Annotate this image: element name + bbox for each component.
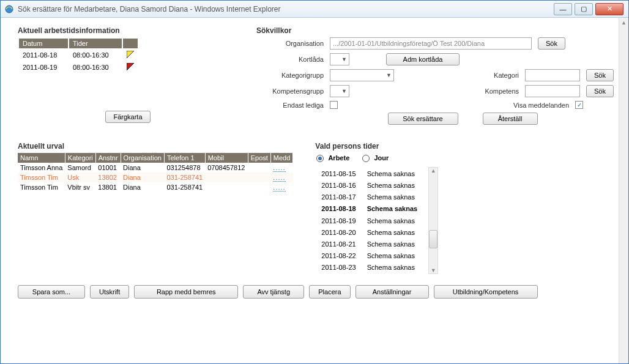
- kompetens-input[interactable]: [525, 85, 580, 97]
- label-kortlada: Kortlåda: [256, 56, 324, 63]
- label-org: Organisation: [256, 40, 324, 47]
- kompetensgrupp-dropdown[interactable]: ▼: [330, 85, 349, 97]
- table-row[interactable]: Timsson Anna Samord 01001 Diana 03125487…: [18, 163, 293, 173]
- table-row[interactable]: Timsson Tim Vbitr sv 13801 Diana 031-258…: [18, 182, 293, 192]
- flag-icon: [127, 63, 134, 70]
- worktime-heading: Aktuell arbetstidsinformation: [18, 26, 238, 35]
- radio-arbete-label: Arbete: [328, 154, 349, 162]
- worktime-row: 2011-08-18 08:00-16:30: [19, 50, 138, 61]
- list-item[interactable]: 2011-08-17Schema saknas: [316, 192, 422, 202]
- schedule-table: 2011-08-15Schema saknas 2011-08-16Schema…: [315, 167, 423, 274]
- label-visa: Visa meddelanden: [493, 102, 569, 109]
- bottom-toolbar: Spara som... Utskrift Rapp medd bemres A…: [18, 285, 614, 299]
- ie-icon: [4, 4, 14, 14]
- radio-jour-label: Jour: [374, 154, 389, 162]
- label-kompetens: Kompetens: [461, 87, 519, 95]
- col-flag: [123, 39, 138, 48]
- urval-heading: Aktuellt urval: [18, 142, 293, 150]
- medd-link[interactable]: .....: [273, 164, 285, 172]
- scroll-thumb[interactable]: [429, 230, 437, 248]
- medd-link[interactable]: .....: [273, 184, 285, 191]
- sok-ersattare-button[interactable]: Sök ersättare: [388, 113, 458, 125]
- svg-marker-1: [127, 51, 134, 58]
- org-input[interactable]: [330, 37, 532, 50]
- kategorigrupp-dropdown[interactable]: ▼: [330, 69, 394, 81]
- flag-icon: [127, 51, 134, 58]
- label-endast: Endast lediga: [256, 102, 324, 109]
- medd-link[interactable]: .....: [273, 174, 285, 182]
- close-button[interactable]: ✕: [595, 3, 623, 15]
- kortlada-dropdown[interactable]: ▼: [330, 53, 349, 65]
- sok-kompetens-button[interactable]: Sök: [586, 85, 614, 97]
- window-buttons: — ▢ ✕: [554, 3, 623, 15]
- utbildning-button[interactable]: Utbildning/Kompetens: [434, 285, 538, 299]
- list-item[interactable]: 2011-08-18Schema saknas: [316, 204, 422, 214]
- list-item[interactable]: 2011-08-15Schema saknas: [316, 168, 422, 179]
- col-times: Tider: [69, 39, 122, 48]
- avv-button[interactable]: Avv tjänstg: [243, 285, 304, 299]
- client-area: Aktuell arbetstidsinformation Datum Tide…: [1, 18, 628, 363]
- list-item[interactable]: 2011-08-21Schema saknas: [316, 239, 422, 249]
- scroll-down-icon[interactable]: ▼: [431, 267, 436, 273]
- label-kompetensgrupp: Kompetensgrupp: [256, 87, 324, 95]
- list-item[interactable]: 2011-08-22Schema saknas: [316, 251, 422, 261]
- label-kategorigrupp: Kategorigrupp: [256, 72, 324, 79]
- window-title: Sök ersättare för Medarbetare, Diana Sam…: [18, 5, 554, 13]
- col-date: Datum: [19, 39, 68, 48]
- spara-button[interactable]: Spara som...: [18, 285, 85, 299]
- sok-kategori-button[interactable]: Sök: [586, 69, 614, 81]
- aterstall-button[interactable]: Återställ: [483, 113, 538, 125]
- rapp-button[interactable]: Rapp medd bemres: [134, 285, 238, 299]
- worktime-table: Datum Tider 2011-08-18 08:00-16:30 2011-…: [18, 37, 139, 74]
- label-kategori: Kategori: [461, 72, 519, 79]
- svg-marker-2: [127, 63, 134, 70]
- list-item[interactable]: 2011-08-16Schema saknas: [316, 180, 422, 190]
- schedule-scrollbar[interactable]: ▲ ▼: [428, 167, 438, 274]
- sok-org-button[interactable]: Sök: [538, 37, 565, 50]
- titlebar: Sök ersättare för Medarbetare, Diana Sam…: [1, 1, 628, 18]
- scroll-up-icon[interactable]: ▲: [431, 168, 436, 174]
- vald-heading: Vald persons tider: [315, 142, 438, 150]
- endast-checkbox[interactable]: [330, 101, 338, 109]
- list-item[interactable]: 2011-08-23Schema saknas: [316, 262, 422, 273]
- placera-button[interactable]: Placera: [309, 285, 350, 299]
- radio-arbete[interactable]: [316, 155, 324, 162]
- minimize-button[interactable]: —: [554, 3, 572, 15]
- adm-kortlada-button[interactable]: Adm kortlåda: [386, 53, 460, 65]
- utskrift-button[interactable]: Utskrift: [90, 285, 129, 299]
- maximize-button[interactable]: ▢: [575, 3, 593, 15]
- anstallningar-button[interactable]: Anställningar: [355, 285, 429, 299]
- list-item[interactable]: 2011-08-20Schema saknas: [316, 227, 422, 237]
- urval-header-row: Namn Kategori Anstnr Organisation Telefo…: [18, 153, 293, 163]
- app-window: Sök ersättare för Medarbetare, Diana Sam…: [0, 0, 629, 364]
- radio-jour[interactable]: [362, 155, 370, 162]
- kategori-input[interactable]: [525, 69, 580, 81]
- worktime-row: 2011-08-19 08:00-16:30: [19, 62, 138, 73]
- sok-heading: Sökvillkor: [256, 26, 614, 35]
- visa-checkbox[interactable]: [575, 101, 583, 109]
- urval-table: Namn Kategori Anstnr Organisation Telefo…: [18, 153, 293, 192]
- table-row[interactable]: Timsson Tim Usk 13802 Diana 031-258741 .…: [18, 173, 293, 182]
- list-item[interactable]: 2011-08-19Schema saknas: [316, 215, 422, 226]
- colormap-button[interactable]: Färgkarta: [105, 111, 150, 123]
